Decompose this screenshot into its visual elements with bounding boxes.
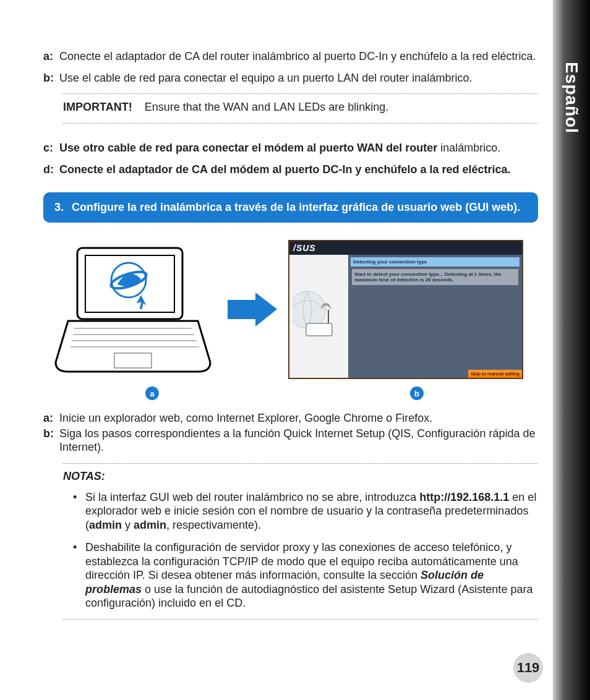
page-number: 119 <box>513 653 543 683</box>
step-3-box: 3. Configure la red inalámbrica a través… <box>43 192 538 223</box>
svg-rect-13 <box>306 323 332 336</box>
note-1: • Si la interfaz GUI web del router inal… <box>73 490 538 532</box>
important-note: IMPORTANT! Ensure that the WAN and LAN L… <box>63 100 538 114</box>
badge-a: a <box>145 386 159 400</box>
asus-logo: /SUS <box>293 243 316 253</box>
step-c: c: Use otro cable de red para conectar e… <box>43 141 538 155</box>
arrow-right-icon <box>228 292 277 327</box>
skip-manual-button[interactable]: Skip to manual setting <box>468 370 522 378</box>
figure-row: /SUS <box>49 240 538 379</box>
laptop-illustration <box>49 242 216 378</box>
svg-marker-10 <box>228 292 277 327</box>
svg-rect-9 <box>114 353 152 368</box>
language-tab-label: Español <box>562 62 581 134</box>
notes-title: NOTAS: <box>63 470 538 483</box>
divider <box>63 463 538 464</box>
divider <box>63 93 538 94</box>
note-2: • Deshabilite la configuración de servid… <box>73 540 538 610</box>
badge-b: b <box>410 386 424 400</box>
divider <box>63 123 538 124</box>
step-a-bottom: a: Inicie un explorador web, como Intern… <box>43 411 538 425</box>
detect-bar: Detecting your connection type <box>351 257 519 267</box>
language-tab: Español <box>553 0 590 700</box>
divider <box>63 619 538 620</box>
detect-message: Start to detect your connection type... … <box>352 269 518 285</box>
router-with-globe-icon <box>293 289 345 344</box>
step-b-bottom: b: Siga los pasos correspondientes a la … <box>43 427 538 455</box>
step-d: d: Conecte el adaptador de CA del módem … <box>43 163 538 177</box>
svg-point-11 <box>293 291 326 328</box>
step-b-top: b: Use el cable de red para conectar el … <box>43 71 538 85</box>
router-gui-screenshot: /SUS <box>288 240 523 379</box>
figure-labels: a b <box>111 386 544 400</box>
step-a-top: a: Conecte el adaptador de CA del router… <box>43 49 538 64</box>
page-content: a: Conecte el adaptador de CA del router… <box>43 49 538 626</box>
